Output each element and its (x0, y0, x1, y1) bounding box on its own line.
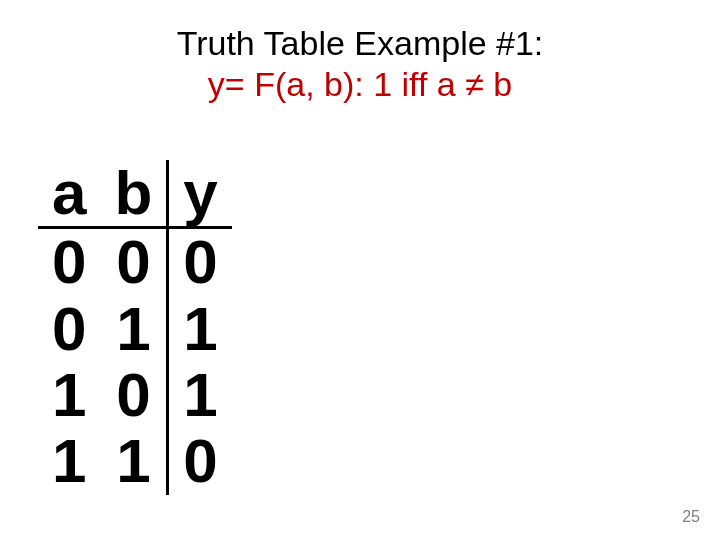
cell-b: 1 (100, 428, 167, 494)
table-row: 0 1 1 (38, 296, 232, 362)
page-number: 25 (682, 508, 700, 526)
cell-b: 0 (100, 228, 167, 296)
cell-b: 0 (100, 362, 167, 428)
cell-b: 1 (100, 296, 167, 362)
truth-table: a b y 0 0 0 0 1 1 1 0 1 1 1 0 (38, 160, 232, 495)
cell-a: 0 (38, 228, 100, 296)
col-header-b: b (100, 160, 167, 228)
cell-a: 0 (38, 296, 100, 362)
table-row: 0 0 0 (38, 228, 232, 296)
cell-y: 0 (168, 428, 232, 494)
title-line-2: y= F(a, b): 1 iff a ≠ b (0, 65, 720, 104)
title-line-1: Truth Table Example #1: (0, 24, 720, 63)
cell-a: 1 (38, 362, 100, 428)
cell-y: 0 (168, 228, 232, 296)
cell-y: 1 (168, 296, 232, 362)
table-row: 1 1 0 (38, 428, 232, 494)
table-row: 1 0 1 (38, 362, 232, 428)
slide: { "title": { "line1": "Truth Table Examp… (0, 0, 720, 540)
table-header-row: a b y (38, 160, 232, 228)
slide-title: Truth Table Example #1: y= F(a, b): 1 if… (0, 0, 720, 104)
col-header-a: a (38, 160, 100, 228)
col-header-y: y (168, 160, 232, 228)
cell-a: 1 (38, 428, 100, 494)
cell-y: 1 (168, 362, 232, 428)
